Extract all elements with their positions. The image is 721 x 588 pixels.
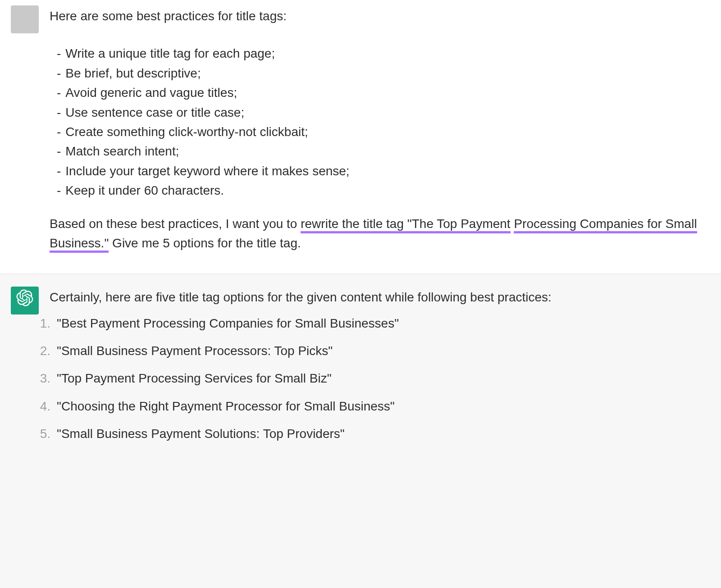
bullet-item: -Match search intent; xyxy=(57,141,707,161)
assistant-message-content: Certainly, here are five title tag optio… xyxy=(50,287,710,451)
assistant-message: Certainly, here are five title tag optio… xyxy=(0,274,721,462)
assistant-avatar xyxy=(11,287,39,315)
bullet-item: -Use sentence case or title case; xyxy=(57,103,707,122)
assistant-intro-text: Certainly, here are five title tag optio… xyxy=(50,287,707,307)
title-option: "Best Payment Processing Companies for S… xyxy=(39,314,707,333)
user-message-content: Here are some best practices for title t… xyxy=(50,5,710,257)
title-options-list: "Best Payment Processing Companies for S… xyxy=(33,314,707,444)
bullet-item: -Create something click-worthy-not click… xyxy=(57,122,707,141)
chat-viewport: Here are some best practices for title t… xyxy=(0,0,721,588)
title-option: "Small Business Payment Solutions: Top P… xyxy=(39,424,707,443)
best-practices-list: -Write a unique title tag for each page;… xyxy=(57,44,707,200)
bullet-item: -Avoid generic and vague titles; xyxy=(57,83,707,102)
title-option: "Choosing the Right Payment Processor fo… xyxy=(39,397,707,416)
openai-logo-icon xyxy=(16,289,33,312)
user-message: Here are some best practices for title t… xyxy=(0,0,721,274)
user-avatar xyxy=(11,5,39,33)
title-option: "Small Business Payment Processors: Top … xyxy=(39,341,707,360)
bullet-item: -Write a unique title tag for each page; xyxy=(57,44,707,63)
bullet-item: -Keep it under 60 characters. xyxy=(57,181,707,200)
user-closing-text: Based on these best practices, I want yo… xyxy=(50,214,707,253)
highlighted-text: rewrite the title tag "The Top Payment xyxy=(301,217,510,233)
title-option: "Top Payment Processing Services for Sma… xyxy=(39,369,707,388)
bullet-item: -Be brief, but descriptive; xyxy=(57,64,707,83)
bullet-item: -Include your target keyword where it ma… xyxy=(57,161,707,181)
user-intro-text: Here are some best practices for title t… xyxy=(50,6,707,26)
